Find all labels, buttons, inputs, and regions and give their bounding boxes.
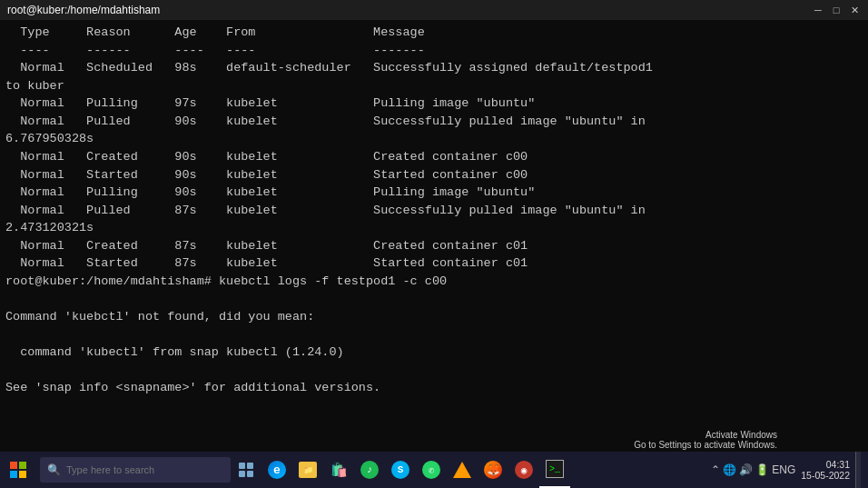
battery-icon[interactable]: 🔋 (755, 463, 769, 476)
firefox-icon: 🦊 (484, 461, 502, 479)
svg-rect-0 (10, 462, 17, 469)
svg-rect-1 (19, 462, 26, 469)
vlc-icon (453, 462, 471, 478)
task-view-icon (238, 462, 254, 478)
window-title: root@kuber:/home/mdahtisham (7, 4, 160, 16)
svg-rect-3 (19, 471, 26, 478)
language-icon[interactable]: ENG (772, 463, 795, 476)
title-bar: root@kuber:/home/mdahtisham ─ □ ✕ (0, 0, 868, 20)
start-button[interactable] (0, 452, 36, 488)
terminal-line-1: Type Reason Age From Message ---- ------… (5, 25, 653, 394)
file-explorer-button[interactable]: 📁 (292, 452, 323, 488)
taskbar-search[interactable]: 🔍 (40, 457, 231, 483)
terminal-output: Type Reason Age From Message ---- ------… (0, 20, 868, 452)
svg-rect-5 (247, 463, 253, 469)
svg-rect-2 (10, 471, 17, 478)
chevron-up-icon[interactable]: ⌃ (711, 463, 720, 476)
spotify-button[interactable]: ♪ (354, 452, 385, 488)
whatsapp-button[interactable]: ✆ (416, 452, 447, 488)
date-display: 15-05-2022 (801, 470, 850, 481)
minimize-button[interactable]: ─ (812, 4, 824, 16)
window-controls: ─ □ ✕ (812, 4, 861, 16)
system-tray: ⌃ 🌐 🔊 🔋 ENG (711, 463, 795, 476)
red-app-button[interactable]: ◉ (508, 452, 539, 488)
svg-rect-4 (239, 463, 245, 469)
store-icon: 🛍️ (330, 461, 348, 479)
search-icon: 🔍 (47, 463, 61, 477)
windows-logo-icon (10, 462, 26, 478)
skype-button[interactable]: S (385, 452, 416, 488)
network-icon[interactable]: 🌐 (723, 463, 736, 476)
store-button[interactable]: 🛍️ (323, 452, 354, 488)
file-explorer-icon: 📁 (299, 462, 317, 478)
edge-button[interactable]: e (261, 452, 292, 488)
clock[interactable]: 04:31 15-05-2022 (801, 459, 850, 481)
taskbar: 🔍 e 📁 🛍️ (0, 452, 868, 488)
search-input[interactable] (66, 464, 212, 475)
maximize-button[interactable]: □ (830, 4, 843, 16)
taskbar-left: 🔍 e 📁 🛍️ (0, 452, 570, 488)
skype-icon: S (391, 461, 409, 479)
svg-rect-6 (239, 471, 245, 477)
terminal-button[interactable]: >_ (539, 452, 570, 488)
terminal-icon: >_ (546, 460, 564, 478)
close-button[interactable]: ✕ (848, 4, 861, 16)
time-display: 04:31 (826, 459, 850, 470)
volume-icon[interactable]: 🔊 (739, 463, 753, 476)
red-app-icon: ◉ (515, 461, 533, 479)
whatsapp-icon: ✆ (422, 461, 440, 479)
vlc-button[interactable] (447, 452, 478, 488)
show-desktop-button[interactable] (855, 452, 861, 488)
svg-rect-7 (247, 471, 253, 477)
edge-icon: e (268, 461, 286, 479)
taskbar-right: ⌃ 🌐 🔊 🔋 ENG 04:31 15-05-2022 (711, 452, 868, 488)
firefox-button[interactable]: 🦊 (478, 452, 508, 488)
spotify-icon: ♪ (360, 461, 379, 479)
taskbar-pinned-icons: e 📁 🛍️ ♪ S ✆ (231, 452, 570, 488)
task-view-button[interactable] (231, 452, 261, 488)
